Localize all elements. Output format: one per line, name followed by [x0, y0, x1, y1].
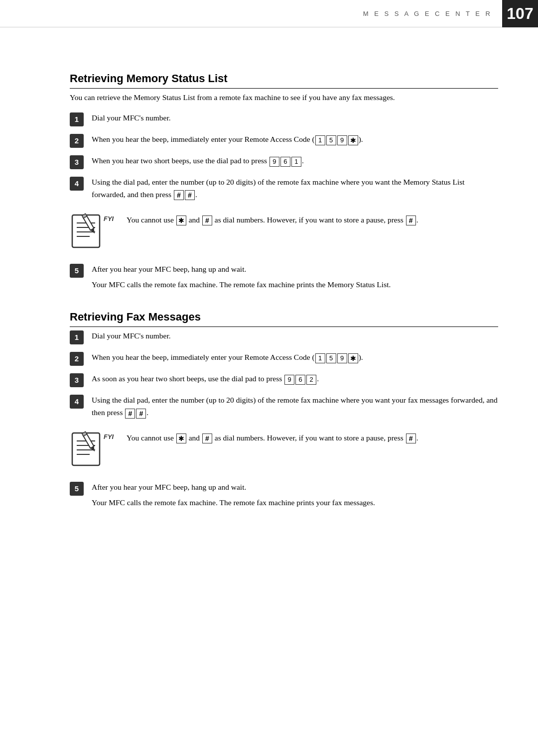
step-number-1: 1	[70, 112, 84, 126]
step-2-5: 5 After you hear your MFC beep, hang up …	[70, 481, 498, 509]
step5a-sub: Your MFC calls the remote fax machine. T…	[92, 279, 498, 291]
key-hash-fyi1b: #	[406, 216, 416, 225]
key2-9a: 9	[284, 375, 294, 385]
step2-content-5: After you hear your MFC beep, hang up an…	[92, 481, 498, 509]
step2-number-5: 5	[70, 482, 84, 496]
section2-steps: 1 Dial your MFC's number. 2 When you hea…	[70, 330, 498, 419]
key-1: 1	[315, 135, 325, 145]
step-number-2: 2	[70, 134, 84, 148]
header-label: M E S S A G E C E N T E R	[363, 10, 492, 17]
key2-9: 9	[337, 353, 347, 363]
key2-2a: 2	[306, 375, 316, 385]
key-6a: 6	[280, 157, 290, 167]
fyi-svg-1: FYI	[70, 210, 115, 252]
key-star-fyi1: ✱	[176, 216, 186, 225]
section-memory-status: Retrieving Memory Status List You can re…	[70, 72, 498, 291]
section2-title: Retrieving Fax Messages	[70, 311, 498, 327]
fyi-block-2: FYI You cannot use ✱ and # as dial numbe…	[70, 428, 498, 470]
step-number-3: 3	[70, 155, 84, 169]
fyi-icon-1: FYI	[70, 210, 115, 252]
step2-number-3: 3	[70, 373, 84, 387]
svg-text:FYI: FYI	[104, 433, 114, 440]
step5b-sub: Your MFC calls the remote fax machine. T…	[92, 497, 498, 509]
key-9: 9	[337, 135, 347, 145]
fyi-text-1: You cannot use ✱ and # as dial numbers. …	[127, 210, 418, 226]
step-number-4: 4	[70, 177, 84, 191]
step-content-3: When you hear two short beeps, use the d…	[92, 155, 498, 167]
section-fax-messages: Retrieving Fax Messages 1 Dial your MFC'…	[70, 311, 498, 509]
step-1-3: 3 When you hear two short beeps, use the…	[70, 155, 498, 169]
key2-5: 5	[326, 353, 336, 363]
fyi-text-2: You cannot use ✱ and # as dial numbers. …	[127, 428, 418, 444]
key-hash-fyi2b: #	[406, 433, 416, 443]
step5b-main: After you hear your MFC beep, hang up an…	[92, 483, 246, 491]
key-1a: 1	[291, 157, 301, 167]
step-content-2: When you hear the beep, immediately ente…	[92, 133, 498, 146]
step-content-5a: After you hear your MFC beep, hang up an…	[92, 263, 498, 291]
step2-content-2: When you hear the beep, immediately ente…	[92, 351, 498, 364]
key2-hash1: #	[125, 409, 135, 419]
key-hash-fyi2: #	[202, 433, 212, 443]
page-number: 107	[502, 0, 538, 27]
step-1-2: 2 When you hear the beep, immediately en…	[70, 133, 498, 148]
step-1-1: 1 Dial your MFC's number.	[70, 112, 498, 126]
step2-number-1: 1	[70, 330, 84, 344]
section1-steps: 1 Dial your MFC's number. 2 When you hea…	[70, 112, 498, 201]
key-9a: 9	[269, 157, 279, 167]
page: M E S S A G E C E N T E R 107 Retrieving…	[0, 0, 538, 756]
key-5: 5	[326, 135, 336, 145]
key2-hash2: #	[136, 409, 146, 419]
fyi-svg-2: FYI	[70, 428, 115, 470]
key-hash2: #	[185, 190, 195, 200]
main-content: Retrieving Memory Status List You can re…	[70, 57, 498, 509]
step-content-4: Using the dial pad, enter the number (up…	[92, 176, 498, 201]
step-number-5a: 5	[70, 264, 84, 278]
step2-number-2: 2	[70, 352, 84, 366]
step2-number-4: 4	[70, 395, 84, 409]
key-hash1: #	[174, 190, 184, 200]
step-2-4: 4 Using the dial pad, enter the number (…	[70, 394, 498, 419]
step5a-main: After you hear your MFC beep, hang up an…	[92, 265, 246, 273]
section1-title: Retrieving Memory Status List	[70, 72, 498, 89]
key-star-fyi2: ✱	[176, 433, 186, 443]
step-content-1: Dial your MFC's number.	[92, 112, 498, 124]
page-header: M E S S A G E C E N T E R 107	[0, 0, 538, 27]
fyi-block-1: FYI You cannot use ✱ and # as dial numbe…	[70, 210, 498, 252]
key-hash-fyi1: #	[202, 216, 212, 225]
step-2-2: 2 When you hear the beep, immediately en…	[70, 351, 498, 366]
step2-content-3: As soon as you hear two short beeps, use…	[92, 373, 498, 385]
svg-text:FYI: FYI	[104, 215, 114, 222]
section1-intro: You can retrieve the Memory Status List …	[70, 92, 498, 103]
key2-1: 1	[315, 353, 325, 363]
step2-content-1: Dial your MFC's number.	[92, 330, 498, 342]
key2-star: ✱	[348, 353, 358, 363]
key-star: ✱	[348, 135, 358, 145]
step-1-4: 4 Using the dial pad, enter the number (…	[70, 176, 498, 201]
step-2-3: 3 As soon as you hear two short beeps, u…	[70, 373, 498, 387]
fyi-icon-2: FYI	[70, 428, 115, 470]
step-1-5: 5 After you hear your MFC beep, hang up …	[70, 263, 498, 291]
key2-6a: 6	[295, 375, 305, 385]
step2-content-4: Using the dial pad, enter the number (up…	[92, 394, 498, 419]
step-2-1: 1 Dial your MFC's number.	[70, 330, 498, 344]
